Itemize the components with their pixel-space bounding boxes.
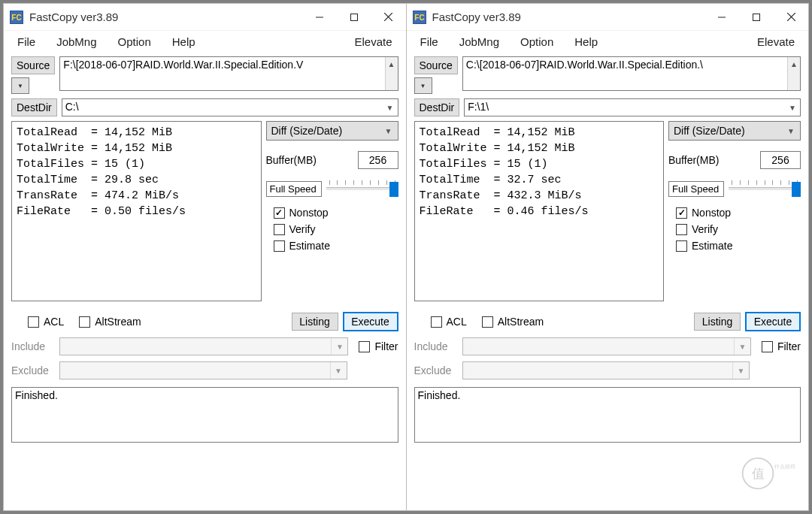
acl-checkbox[interactable]: ACL [431,316,467,328]
menu-file[interactable]: File [7,34,46,50]
exclude-combo[interactable]: ▼ [462,361,750,379]
source-history-dropdown[interactable]: ▼ [414,77,432,94]
desktop: FC FastCopy ver3.89 File JobMng Option H… [3,3,809,511]
altstream-checkbox[interactable]: AltStream [79,316,141,328]
filter-checkbox[interactable]: Filter [762,340,801,352]
acl-checkbox[interactable]: ACL [28,316,64,328]
include-combo[interactable]: ▼ [59,337,348,355]
menu-help[interactable]: Help [162,34,206,50]
source-path-text: C:\[2018-06-07]RAID.World.War.II.Special… [466,59,703,71]
close-button[interactable] [371,4,406,31]
chevron-down-icon: ▼ [383,99,398,116]
log-textarea[interactable]: Finished. [414,387,801,443]
copy-mode-value: Diff (Size/Date) [271,125,343,137]
chevron-down-icon: ▼ [381,122,396,140]
scrollbar-up-icon[interactable]: ▲ [385,57,398,90]
source-path-input[interactable]: C:\[2018-06-07]RAID.World.War.II.Special… [462,56,801,91]
altstream-checkbox[interactable]: AltStream [482,316,544,328]
copy-mode-value: Diff (Size/Date) [674,125,745,137]
menu-file[interactable]: File [410,34,449,50]
speed-label: Full Speed [668,181,724,197]
copy-mode-combo[interactable]: Diff (Size/Date) ▼ [668,121,801,141]
include-label: Include [11,340,55,352]
svg-text:FC: FC [11,14,21,22]
chevron-down-icon: ▼ [783,122,798,140]
exclude-label: Exclude [414,364,458,376]
close-button[interactable] [774,4,808,31]
source-path-input[interactable]: F:\[2018-06-07]RAID.World.War.II.Special… [59,56,398,91]
listing-button[interactable]: Listing [694,313,741,331]
svg-text:FC: FC [414,14,424,22]
menubar: File JobMng Option Help Elevate [4,31,406,52]
titlebar[interactable]: FC FastCopy ver3.89 [407,4,809,31]
titlebar[interactable]: FC FastCopy ver3.89 [4,4,406,31]
maximize-button[interactable] [337,4,371,31]
slider-thumb[interactable] [389,182,398,197]
destdir-text: C:\ [65,101,79,113]
chevron-down-icon: ▼ [331,338,347,355]
window-title: FastCopy ver3.89 [29,11,118,23]
buffer-mb-input[interactable] [358,151,398,169]
menu-help[interactable]: Help [564,34,608,50]
nonstop-checkbox[interactable]: Nonstop [274,207,398,219]
filter-checkbox[interactable]: Filter [359,340,398,352]
slider-thumb[interactable] [792,182,801,197]
fastcopy-app-icon: FC [10,11,23,24]
source-history-dropdown[interactable]: ▼ [11,77,29,94]
svg-rect-9 [753,14,760,20]
verify-checkbox[interactable]: Verify [676,223,801,235]
destdir-button[interactable]: DestDir [11,98,57,116]
source-path-text: F:\[2018-06-07]RAID.World.War.II.Special… [63,59,303,71]
menubar: File JobMng Option Help Elevate [407,31,809,52]
destdir-combo[interactable]: F:\1\ ▼ [464,98,801,116]
speed-slider[interactable] [326,180,398,198]
execute-button[interactable]: Execute [745,312,801,331]
fastcopy-window-1: FC FastCopy ver3.89 File JobMng Option H… [407,4,809,510]
options-panel: Diff (Size/Date) ▼ Buffer(MB) Full Speed [668,121,801,301]
include-combo[interactable]: ▼ [462,337,751,355]
client-area: Source ▼ F:\[2018-06-07]RAID.World.War.I… [4,52,406,510]
chevron-down-icon: ▼ [734,338,750,355]
buffer-label: Buffer(MB) [266,154,317,166]
chevron-down-icon: ▼ [330,362,347,379]
destdir-button[interactable]: DestDir [414,98,460,116]
stats-textarea[interactable]: TotalRead = 14,152 MiB TotalWrite = 14,1… [11,121,262,301]
menu-jobmng[interactable]: JobMng [449,34,510,50]
options-panel: Diff (Size/Date) ▼ Buffer(MB) Full Speed [266,121,398,301]
chevron-down-icon: ▼ [785,99,800,116]
scrollbar-up-icon[interactable]: ▲ [787,57,800,90]
fastcopy-window-0: FC FastCopy ver3.89 File JobMng Option H… [4,4,407,510]
menu-elevate[interactable]: Elevate [344,34,402,50]
buffer-label: Buffer(MB) [668,154,719,166]
speed-label: Full Speed [266,181,322,197]
client-area: Source ▼ C:\[2018-06-07]RAID.World.War.I… [407,52,809,510]
window-title: FastCopy ver3.89 [432,11,521,23]
source-button[interactable]: Source [414,56,458,74]
buffer-mb-input[interactable] [760,151,801,169]
estimate-checkbox[interactable]: Estimate [274,240,398,252]
menu-option[interactable]: Option [108,34,162,50]
fastcopy-app-icon: FC [413,11,426,24]
minimize-button[interactable] [704,4,739,31]
stats-textarea[interactable]: TotalRead = 14,152 MiB TotalWrite = 14,1… [414,121,665,301]
speed-slider[interactable] [729,180,801,198]
minimize-button[interactable] [302,4,337,31]
menu-elevate[interactable]: Elevate [747,34,805,50]
estimate-checkbox[interactable]: Estimate [676,240,801,252]
destdir-text: F:\1\ [468,101,489,113]
copy-mode-combo[interactable]: Diff (Size/Date) ▼ [266,121,398,141]
svg-rect-3 [350,14,357,20]
nonstop-checkbox[interactable]: Nonstop [676,207,801,219]
destdir-combo[interactable]: C:\ ▼ [62,98,398,116]
chevron-down-icon: ▼ [732,362,749,379]
execute-button[interactable]: Execute [343,312,398,331]
maximize-button[interactable] [739,4,774,31]
menu-jobmng[interactable]: JobMng [46,34,107,50]
verify-checkbox[interactable]: Verify [274,223,398,235]
listing-button[interactable]: Listing [292,313,338,331]
log-textarea[interactable]: Finished. [11,387,398,443]
exclude-combo[interactable]: ▼ [59,361,347,379]
source-button[interactable]: Source [11,56,55,74]
exclude-label: Exclude [11,364,55,376]
menu-option[interactable]: Option [510,34,564,50]
